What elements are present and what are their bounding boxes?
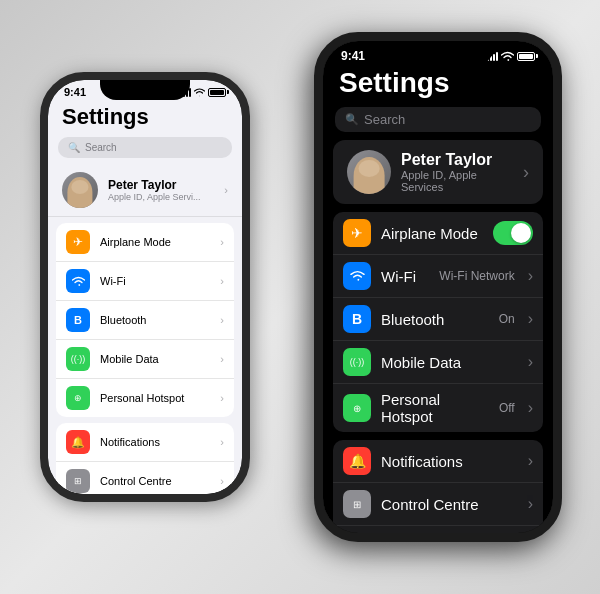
dark-wifi-icon-box (343, 262, 371, 290)
mute-dark (319, 101, 322, 121)
power-button-dark (554, 141, 557, 177)
light-row-notifications[interactable]: 🔔 Notifications › (56, 423, 234, 462)
dark-row-notifications[interactable]: 🔔 Notifications › (333, 440, 543, 483)
light-profile-sub: Apple ID, Apple Servi... (108, 192, 214, 202)
dark-wifi-icon (501, 51, 514, 62)
dark-bluetooth-chevron: › (528, 310, 533, 328)
light-notifications-chevron: › (220, 436, 224, 448)
dark-status-icons (487, 51, 535, 62)
dark-row-wifi[interactable]: Wi-Fi Wi-Fi Network › (333, 255, 543, 298)
vol-up-light (44, 150, 47, 172)
light-row-control[interactable]: ⊞ Control Centre › (56, 462, 234, 494)
mute-light (44, 130, 47, 146)
dark-profile-name: Peter Taylor (401, 151, 513, 169)
dark-row-mobile[interactable]: ((·)) Mobile Data › (333, 341, 543, 384)
light-notifications-label: Notifications (100, 436, 210, 448)
dark-control-chevron: › (528, 495, 533, 513)
light-hotspot-label: Personal Hotspot (100, 392, 210, 404)
dark-row-disturb[interactable]: 🌙 Do Not Disturb › (333, 526, 543, 533)
dark-bluetooth-label: Bluetooth (381, 311, 489, 328)
dark-section-2: 🔔 Notifications › ⊞ Control Centre › 🌙 D… (333, 440, 543, 533)
light-profile-row[interactable]: Peter Taylor Apple ID, Apple Servi... › (48, 164, 242, 217)
dark-mobile-chevron: › (528, 353, 533, 371)
dark-search-icon: 🔍 (345, 113, 359, 126)
light-profile-chevron: › (224, 184, 228, 196)
light-mobile-icon: ((·)) (66, 347, 90, 371)
dark-row-control[interactable]: ⊞ Control Centre › (333, 483, 543, 526)
light-profile-info: Peter Taylor Apple ID, Apple Servi... (108, 178, 214, 202)
light-row-bluetooth[interactable]: B Bluetooth › (56, 301, 234, 340)
light-airplane-chevron: › (220, 236, 224, 248)
dark-airplane-toggle[interactable] (493, 221, 533, 245)
dark-profile-sub: Apple ID, Apple Services (401, 169, 513, 193)
light-hotspot-chevron: › (220, 392, 224, 404)
dark-mobile-label: Mobile Data (381, 354, 518, 371)
light-notifications-icon: 🔔 (66, 430, 90, 454)
dark-control-icon: ⊞ (343, 490, 371, 518)
dark-settings-title: Settings (323, 63, 553, 105)
dark-avatar (347, 150, 391, 194)
light-profile-name: Peter Taylor (108, 178, 214, 192)
power-button-light (243, 160, 246, 188)
light-mobile-label: Mobile Data (100, 353, 210, 365)
light-row-airplane[interactable]: ✈ Airplane Mode › (56, 223, 234, 262)
dark-profile-chevron: › (523, 162, 529, 183)
light-row-wifi[interactable]: Wi-Fi › (56, 262, 234, 301)
light-wifi-label: Wi-Fi (100, 275, 210, 287)
dark-row-bluetooth[interactable]: B Bluetooth On › (333, 298, 543, 341)
dark-hotspot-icon: ⊕ (343, 394, 371, 422)
vol-down-light (44, 180, 47, 202)
phones-container: 9:41 Settings (10, 12, 590, 582)
dark-time: 9:41 (341, 49, 365, 63)
dark-hotspot-value: Off (499, 401, 515, 415)
light-settings-title: Settings (48, 98, 242, 134)
light-phone: 9:41 Settings (40, 72, 250, 502)
dark-hotspot-label: Personal Hotspot (381, 391, 489, 425)
light-control-icon: ⊞ (66, 469, 90, 493)
light-control-chevron: › (220, 475, 224, 487)
light-mobile-chevron: › (220, 353, 224, 365)
light-bluetooth-icon: B (66, 308, 90, 332)
vol-up-dark (319, 126, 322, 154)
vol-down-dark (319, 163, 322, 191)
light-bluetooth-label: Bluetooth (100, 314, 210, 326)
dark-airplane-icon: ✈ (343, 219, 371, 247)
dark-search-bar[interactable]: 🔍 Search (335, 107, 541, 132)
dark-notch (383, 41, 493, 65)
light-section-2: 🔔 Notifications › ⊞ Control Centre › 🌙 D… (56, 423, 234, 494)
dark-mobile-icon: ((·)) (343, 348, 371, 376)
dark-bluetooth-value: On (499, 312, 515, 326)
light-control-label: Control Centre (100, 475, 210, 487)
light-bluetooth-chevron: › (220, 314, 224, 326)
light-row-hotspot[interactable]: ⊕ Personal Hotspot › (56, 379, 234, 417)
dark-notifications-label: Notifications (381, 453, 518, 470)
dark-profile-row[interactable]: Peter Taylor Apple ID, Apple Services › (333, 140, 543, 204)
dark-section-1: ✈ Airplane Mode Wi-Fi Wi-Fi Network › B … (333, 212, 543, 432)
dark-battery (517, 52, 535, 61)
dark-hotspot-chevron: › (528, 399, 533, 417)
dark-screen: 9:41 (323, 41, 553, 533)
light-airplane-icon: ✈ (66, 230, 90, 254)
light-hotspot-icon: ⊕ (66, 386, 90, 410)
light-search-bar[interactable]: 🔍 Search (58, 137, 232, 158)
dark-row-airplane[interactable]: ✈ Airplane Mode (333, 212, 543, 255)
light-wifi-icon (194, 88, 205, 97)
dark-wifi-value: Wi-Fi Network (439, 269, 514, 283)
light-notch (100, 80, 190, 100)
light-section-1: ✈ Airplane Mode › Wi-Fi › B Bluetooth › (56, 223, 234, 417)
light-airplane-label: Airplane Mode (100, 236, 210, 248)
light-battery (208, 88, 226, 97)
dark-airplane-label: Airplane Mode (381, 225, 483, 242)
light-wifi-icon-box (66, 269, 90, 293)
light-row-mobile[interactable]: ((·)) Mobile Data › (56, 340, 234, 379)
light-time: 9:41 (64, 86, 86, 98)
light-search-icon: 🔍 (68, 142, 80, 153)
dark-profile-info: Peter Taylor Apple ID, Apple Services (401, 151, 513, 193)
dark-phone: 9:41 (314, 32, 562, 542)
light-screen: 9:41 Settings (48, 80, 242, 494)
dark-bluetooth-icon: B (343, 305, 371, 333)
dark-control-label: Control Centre (381, 496, 518, 513)
light-search-placeholder: Search (85, 142, 117, 153)
light-wifi-chevron: › (220, 275, 224, 287)
dark-row-hotspot[interactable]: ⊕ Personal Hotspot Off › (333, 384, 543, 432)
